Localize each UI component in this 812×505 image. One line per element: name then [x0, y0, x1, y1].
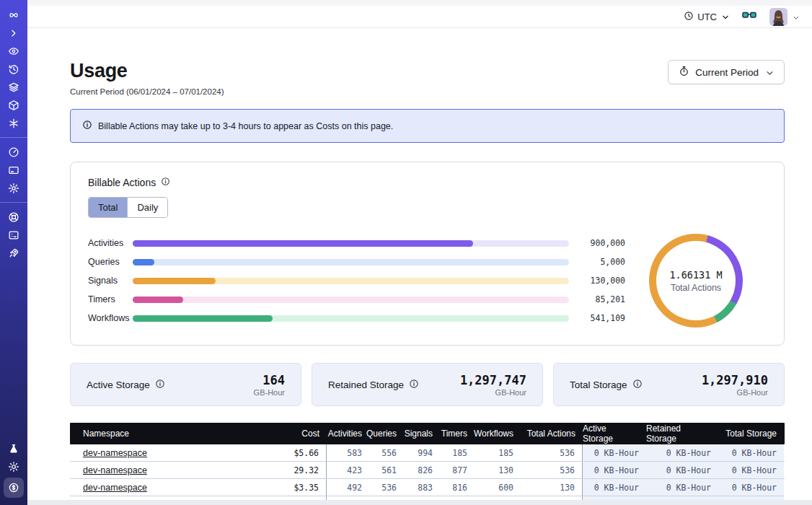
table-cell: 0 KB-Hour [594, 483, 639, 493]
sidebar-item-temporal-logo[interactable] [3, 6, 25, 24]
table-cell: 883 [418, 483, 433, 493]
table-cell: $5.66 [294, 448, 319, 458]
namespace-link[interactable]: dev-namespace [83, 483, 147, 493]
sidebar-divider [0, 202, 27, 203]
billable-tabs: TotalDaily [88, 197, 168, 218]
table-cell: 185 [498, 448, 513, 458]
storage-card-unit: GB-Hour [702, 388, 768, 397]
total-actions-donut: 1.66131 M Total Actions [649, 234, 743, 328]
sidebar [0, 0, 27, 505]
bar-fill [133, 278, 216, 284]
bottom-strip [27, 500, 812, 505]
table-cell: 185 [452, 448, 467, 458]
table-header-queries: Queries [369, 423, 404, 444]
table-header-activities: Activities [327, 423, 369, 444]
storage-summary-row: Active Storage164GB-HourRetained Storage… [70, 363, 785, 406]
account-menu[interactable] [769, 8, 800, 26]
chevron-down-icon [764, 68, 774, 77]
bar-label: Activities [88, 238, 133, 248]
page-content: Usage Current Period (06/01/2024 – 07/01… [27, 60, 812, 505]
bar-fill [133, 240, 473, 247]
storage-card-value: 1,297,747 [460, 373, 526, 387]
chevron-down-icon [720, 12, 729, 21]
storage-card-total-storage: Total Storage1,297,910GB-Hour [553, 363, 785, 406]
storage-card-value: 164 [254, 373, 285, 387]
timezone-label: UTC [697, 12, 717, 22]
info-icon[interactable] [155, 379, 165, 391]
sidebar-item-cube-icon[interactable] [3, 96, 25, 114]
bar-track [133, 315, 569, 322]
main-area: UTC Usage Current Period (06/01/2024 – 0… [27, 0, 812, 505]
table-row: dev-namespace29.324235618268771305360 KB… [70, 462, 785, 479]
info-icon[interactable] [409, 379, 419, 391]
table-cell: 0 KB-Hour [732, 448, 777, 458]
feedback-glasses-button[interactable] [742, 10, 756, 23]
bar-value: 130,000 [578, 276, 625, 286]
bar-row-timers: Timers85,201 [88, 290, 625, 309]
table-cell: 0 KB-Hour [666, 483, 711, 493]
bar-label: Queries [88, 257, 133, 267]
sidebar-item-usage-billing-icon[interactable] [4, 478, 24, 498]
namespace-link[interactable]: dev-namespace [83, 448, 147, 458]
storage-card-unit: GB-Hour [460, 388, 526, 397]
table-cell: 583 [347, 448, 362, 458]
timezone-selector[interactable]: UTC [684, 11, 729, 23]
table-cell: $3.35 [294, 483, 319, 493]
total-actions-donut-box: 1.66131 M Total Actions [625, 234, 767, 328]
table-cell: 0 KB-Hour [732, 465, 777, 475]
table-header-retained-storage: Retained Storage [646, 423, 718, 444]
stopwatch-icon [679, 66, 689, 79]
period-dropdown-label: Current Period [695, 67, 759, 78]
sidebar-item-card-icon[interactable] [3, 161, 25, 179]
info-banner: Billable Actions may take up to 3-4 hour… [70, 109, 785, 143]
bar-value: 85,201 [578, 294, 625, 304]
sidebar-item-gear-icon[interactable] [3, 179, 25, 197]
table-cell: 130 [560, 483, 575, 493]
table-cell: 0 KB-Hour [594, 448, 639, 458]
info-icon [82, 120, 92, 132]
info-icon[interactable] [161, 177, 170, 188]
table-header-row: NamespaceCostActivitiesQueriesSignalsTim… [70, 423, 785, 444]
storage-card-label: Active Storage [87, 379, 150, 390]
bar-value: 541,109 [578, 313, 625, 323]
sidebar-item-flask-icon[interactable] [3, 439, 25, 457]
bar-track [133, 278, 569, 284]
sidebar-item-sun-icon[interactable] [3, 457, 25, 475]
sidebar-item-namespaces-icon[interactable] [3, 42, 25, 60]
table-cell: 130 [498, 465, 513, 475]
tab-total[interactable]: Total [89, 198, 127, 217]
table-cell: 994 [418, 448, 433, 458]
table-cell: 0 KB-Hour [594, 465, 639, 475]
sidebar-item-lifebuoy-icon[interactable] [3, 208, 25, 226]
bar-row-signals: Signals130,000 [88, 271, 625, 290]
tab-daily[interactable]: Daily [127, 198, 167, 217]
table-cell: 826 [418, 465, 433, 475]
table-header-total-storage: Total Storage [718, 423, 784, 444]
table-row: dev-namespace$3.354925368838166001300 KB… [70, 479, 785, 496]
period-dropdown-button[interactable]: Current Period [668, 60, 785, 84]
sidebar-item-history-icon[interactable] [3, 60, 25, 78]
table-cell: 492 [347, 483, 362, 493]
info-banner-text: Billable Actions may take up to 3-4 hour… [98, 121, 393, 131]
table-header-cost: Cost [269, 423, 327, 444]
sidebar-item-layers-icon[interactable] [3, 78, 25, 96]
sidebar-item-rocket-icon[interactable] [3, 244, 25, 262]
table-cell: 561 [381, 465, 397, 475]
storage-card-unit: GB-Hour [254, 388, 285, 397]
namespace-link[interactable]: dev-namespace [83, 465, 147, 475]
billable-actions-bar-chart: Activities900,000Queries5,000Signals130,… [88, 234, 625, 328]
avatar [769, 8, 787, 26]
sidebar-item-gauge-icon[interactable] [3, 143, 25, 161]
table-cell: 0 KB-Hour [732, 483, 777, 493]
table-header-active-storage: Active Storage [583, 423, 646, 444]
sidebar-item-asterisk-icon[interactable] [3, 114, 25, 132]
storage-card-retained-storage: Retained Storage1,297,747GB-Hour [312, 363, 543, 406]
info-icon[interactable] [632, 379, 643, 391]
table-row: dev-namespace$5.665835569941851855360 KB… [70, 444, 785, 462]
page-title: Usage [70, 60, 224, 82]
sidebar-item-monitor-icon[interactable] [3, 226, 25, 244]
bar-track [133, 240, 569, 247]
sidebar-item-chevron-right-icon[interactable] [3, 24, 25, 42]
bar-label: Signals [88, 276, 133, 286]
bar-label: Workflows [88, 313, 133, 323]
